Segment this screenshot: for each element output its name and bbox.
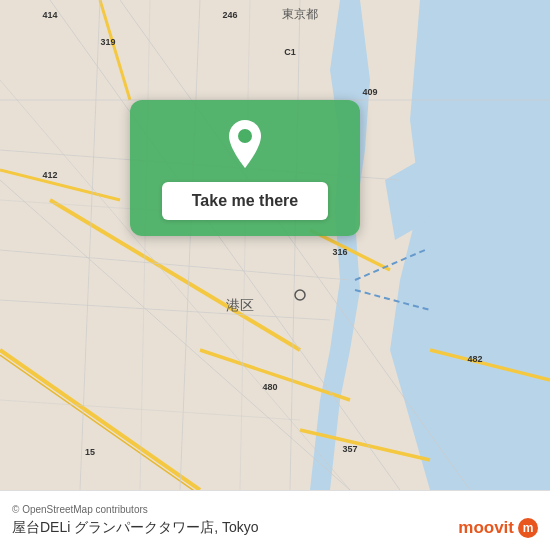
svg-text:東京都: 東京都 xyxy=(282,7,318,21)
svg-point-44 xyxy=(238,129,252,143)
svg-text:246: 246 xyxy=(222,10,237,20)
map-attribution: © OpenStreetMap contributors xyxy=(12,504,538,515)
moovit-icon: m xyxy=(518,518,538,538)
moovit-text: moovit xyxy=(458,518,514,538)
place-name: 屋台DELi グランパークタワー店, Tokyo xyxy=(12,519,259,537)
svg-text:316: 316 xyxy=(332,247,347,257)
map-container[interactable]: 316 480 482 357 412 319 414 246 C1 409 xyxy=(0,0,550,490)
bottom-bar: © OpenStreetMap contributors 屋台DELi グランパ… xyxy=(0,490,550,550)
svg-text:482: 482 xyxy=(467,354,482,364)
svg-text:412: 412 xyxy=(42,170,57,180)
svg-text:C1: C1 xyxy=(284,47,296,57)
svg-text:15: 15 xyxy=(85,447,95,457)
map-background: 316 480 482 357 412 319 414 246 C1 409 xyxy=(0,0,550,490)
svg-text:357: 357 xyxy=(342,444,357,454)
svg-marker-1 xyxy=(390,0,550,490)
moovit-logo: moovit m xyxy=(458,518,538,538)
take-me-there-button[interactable]: Take me there xyxy=(162,182,328,220)
navigation-overlay: Take me there xyxy=(130,100,360,236)
svg-text:414: 414 xyxy=(42,10,57,20)
svg-text:409: 409 xyxy=(362,87,377,97)
location-pin-icon xyxy=(223,118,267,170)
svg-text:港区: 港区 xyxy=(226,297,254,313)
svg-text:319: 319 xyxy=(100,37,115,47)
